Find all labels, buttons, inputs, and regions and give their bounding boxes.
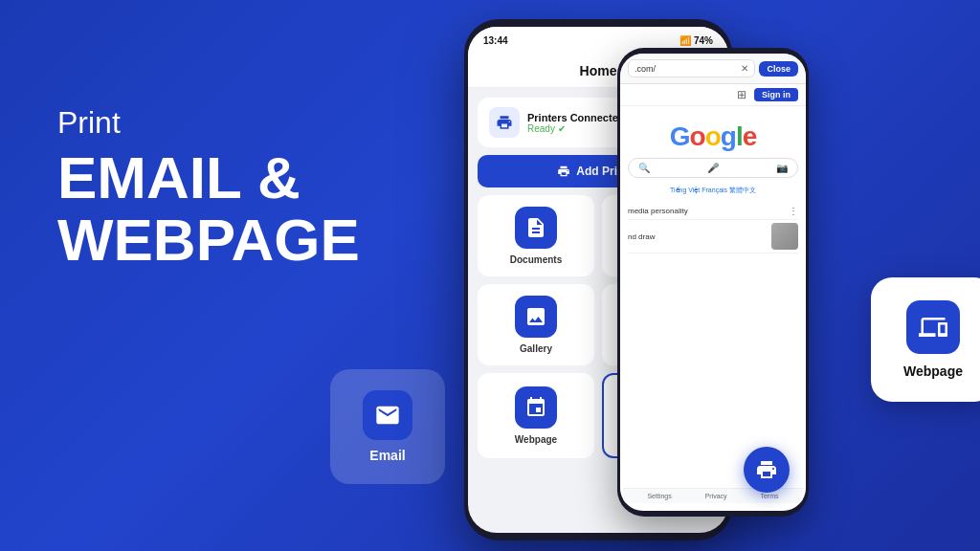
print-fab-button[interactable] [744, 447, 790, 493]
email-floating-card[interactable]: Email [330, 369, 445, 484]
language-links: Tiếng Việt Français 繁體中文 [628, 186, 798, 195]
grid-item-gallery[interactable]: Gallery [478, 284, 594, 365]
mic-icon: 🎤 [707, 163, 719, 173]
google-logo: Google [628, 121, 798, 152]
url-text: .com/ [635, 64, 656, 74]
camera-icon: 📷 [776, 163, 788, 173]
webpage-label: Webpage [515, 434, 557, 445]
close-button[interactable]: Close [759, 61, 798, 77]
url-bar[interactable]: .com/ ✕ [628, 59, 755, 77]
list-item-text-2: nd draw [628, 232, 655, 241]
phone-container: 13:44 📶 74% Home [464, 19, 770, 540]
grid-item-documents[interactable]: Documents [478, 195, 594, 276]
webpage-card-label: Webpage [903, 364, 963, 379]
wifi-icon: 📶 [679, 35, 691, 46]
gallery-label: Gallery [520, 343, 552, 354]
browser-list-item-1[interactable]: media personality ⋮ [628, 203, 798, 220]
status-right: 📶 74% [679, 35, 713, 46]
more-options-icon[interactable]: ⋮ [789, 206, 798, 216]
email-card-label: Email [369, 448, 405, 463]
print-label: Print [57, 105, 360, 141]
main-title-line1: EMAIL & [57, 144, 301, 210]
battery-level: 74% [694, 35, 713, 46]
browser-content: Google 🔍 🎤 📷 Tiếng Việt Français 繁體中文 me… [620, 106, 806, 261]
privacy-link[interactable]: Privacy [705, 493, 727, 499]
browser-bar: .com/ ✕ Close [620, 54, 806, 84]
email-card-icon [363, 390, 412, 440]
main-title-line2: WEBPAGE [57, 207, 360, 273]
phone-browser: .com/ ✕ Close ⊞ Sign in Google 🔍 🎤 📷 [617, 48, 809, 517]
grid-icon: ⊞ [737, 88, 746, 101]
list-item-text-1: media personality [628, 207, 688, 215]
left-section: Print EMAIL & WEBPAGE [57, 105, 360, 271]
thumbnail [771, 223, 798, 250]
status-time: 13:44 [483, 35, 508, 46]
grid-item-webpage[interactable]: Webpage [478, 373, 594, 458]
browser-list-item-2[interactable]: nd draw [628, 220, 798, 253]
settings-link[interactable]: Settings [647, 493, 671, 499]
terms-link[interactable]: Terms [760, 493, 778, 499]
documents-icon [515, 207, 557, 249]
printer-icon [489, 107, 520, 138]
check-icon: ✔ [558, 123, 566, 134]
webpage-icon [515, 386, 557, 429]
browser-screen: .com/ ✕ Close ⊞ Sign in Google 🔍 🎤 📷 [620, 54, 806, 511]
webpage-card-icon [906, 300, 960, 354]
close-x-icon[interactable]: ✕ [741, 63, 748, 74]
search-icon: 🔍 [638, 163, 650, 173]
status-text: Ready [527, 123, 555, 134]
sign-in-button[interactable]: Sign in [754, 88, 798, 101]
gallery-icon [515, 296, 557, 338]
app-header-title: Home [580, 63, 617, 78]
webpage-floating-card[interactable]: Webpage [871, 277, 980, 402]
documents-label: Documents [510, 254, 562, 265]
add-printer-icon [557, 165, 570, 178]
browser-search-bar[interactable]: 🔍 🎤 📷 [628, 158, 798, 178]
browser-toolbar: ⊞ Sign in [620, 84, 806, 106]
main-title: EMAIL & WEBPAGE [57, 146, 360, 271]
